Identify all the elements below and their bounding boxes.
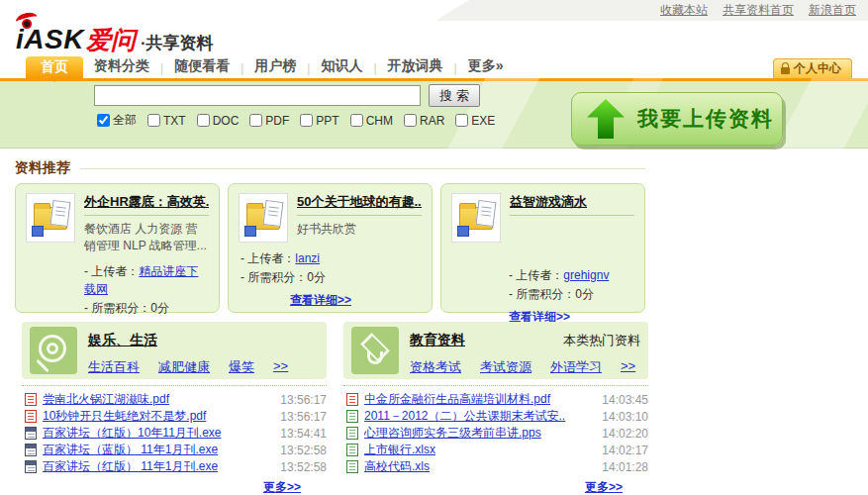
filter-checkbox-doc[interactable] bbox=[197, 114, 210, 127]
file-link[interactable]: 上市银行.xlsx bbox=[364, 442, 596, 458]
file-link[interactable]: 百家讲坛（红版）10年11月刊.exe bbox=[43, 425, 274, 442]
file-link[interactable]: 中金所金融衍生品高端培训材料.pdf bbox=[364, 391, 596, 408]
uploader-label: - 上传者： bbox=[241, 251, 295, 265]
pdf-file-icon bbox=[25, 410, 37, 423]
topbar: 收藏本站 共享资料首页 新浪首页 bbox=[435, 0, 868, 21]
folder-documents-icon bbox=[26, 193, 75, 243]
panel-title-link[interactable]: 娱乐、生活 bbox=[88, 332, 157, 349]
filter-doc[interactable]: DOC bbox=[197, 114, 240, 128]
sheet-file-icon bbox=[346, 444, 358, 456]
recommend-card: 益智游戏滴水 - 上传者：grehignv - 所需积分：0分 查看详细>> bbox=[440, 183, 645, 313]
file-link[interactable]: 10秒钟开只生蚝绝对不是梦.pdf bbox=[43, 408, 274, 425]
file-link[interactable]: 2011－2012（二）公共课期末考试安.. bbox=[364, 408, 596, 425]
dartboard-icon bbox=[30, 327, 77, 374]
filter-checkbox-pdf[interactable] bbox=[249, 114, 262, 127]
file-row: 百家讲坛（红版）10年11月刊.exe13:54:41 bbox=[22, 425, 327, 442]
filter-ppt[interactable]: PPT bbox=[300, 114, 338, 128]
filter-pdf[interactable]: PDF bbox=[249, 114, 289, 128]
file-row: 高校代码.xls14:01:28 bbox=[343, 458, 648, 475]
filter-exe[interactable]: EXE bbox=[455, 114, 495, 128]
panel-sublink-more[interactable]: >> bbox=[621, 358, 635, 376]
points-value: 0分 bbox=[307, 270, 326, 284]
file-time: 14:03:45 bbox=[602, 393, 648, 407]
nav-divider: | bbox=[241, 61, 243, 78]
section-rule bbox=[80, 168, 645, 169]
exe-file-icon bbox=[25, 427, 37, 440]
panel-sublink[interactable]: 资格考试 bbox=[410, 358, 461, 376]
filter-checkbox-chm[interactable] bbox=[350, 114, 363, 127]
filter-txt[interactable]: TXT bbox=[147, 114, 186, 128]
file-link[interactable]: 百家讲坛（红版） 11年1月刊.exe bbox=[43, 458, 274, 475]
file-time: 13:56:17 bbox=[280, 410, 327, 424]
filter-checkbox-exe[interactable] bbox=[455, 114, 468, 127]
view-detail-link[interactable]: 查看详细>> bbox=[290, 291, 351, 310]
panel-title-link[interactable]: 教育资料 bbox=[410, 332, 465, 349]
logo-brand-cn-text: 爱问 bbox=[86, 24, 136, 56]
file-row: 百家讲坛（蓝版） 11年1月刊.exe13:52:58 bbox=[22, 442, 327, 458]
file-time: 13:54:41 bbox=[280, 427, 327, 441]
card-title-link[interactable]: 外企HR露底：高效英... bbox=[84, 193, 209, 216]
file-time: 13:56:17 bbox=[280, 393, 327, 407]
nav-item-user-ranking[interactable]: 用户榜 bbox=[254, 57, 296, 78]
panel-sublink[interactable]: 生活百科 bbox=[88, 358, 140, 376]
sheet-file-icon bbox=[346, 427, 358, 440]
upload-button[interactable]: 我要上传资料 bbox=[571, 92, 783, 146]
filter-checkbox-rar[interactable] bbox=[404, 114, 417, 127]
search-input[interactable] bbox=[94, 85, 421, 106]
card-description: 好书共欣赏 bbox=[297, 221, 422, 238]
filetype-filters: 全部 TXT DOC PDF PPT CHM RAR EXE bbox=[97, 112, 495, 129]
filter-all[interactable]: 全部 bbox=[97, 112, 137, 129]
panel-sublink[interactable]: 外语学习 bbox=[550, 358, 602, 376]
nav-divider: | bbox=[160, 61, 163, 78]
file-link[interactable]: 尝南北火锅江湖滋味.pdf bbox=[43, 391, 274, 408]
panel-sublink-more[interactable]: >> bbox=[273, 358, 288, 376]
card-description: 餐饮酒店 人力资源 营销管理 NLP 战略管理... bbox=[84, 221, 209, 255]
file-link[interactable]: 百家讲坛（蓝版） 11年1月刊.exe bbox=[43, 442, 274, 458]
nav-divider: | bbox=[373, 61, 376, 78]
recommend-card: 50个关于地球的有趣... 好书共欣赏 - 上传者：lanzi - 所需积分：0… bbox=[228, 183, 433, 313]
search-button[interactable]: 搜 索 bbox=[429, 84, 480, 107]
decorative-stripe bbox=[768, 71, 868, 160]
more-link[interactable]: 更多>> bbox=[263, 480, 301, 494]
panel-sublink[interactable]: 考试资源 bbox=[480, 358, 531, 376]
topbar-link-shared-home[interactable]: 共享资料首页 bbox=[723, 2, 794, 19]
topbar-link-bookmark[interactable]: 收藏本站 bbox=[660, 2, 708, 19]
nav-tab-home[interactable]: 首页 bbox=[26, 56, 83, 78]
topbar-link-sina-home[interactable]: 新浪首页 bbox=[809, 2, 856, 19]
pdf-file-icon bbox=[346, 393, 358, 406]
file-link[interactable]: 心理咨询师实务三级考前串讲.pps bbox=[364, 425, 596, 442]
panel-sublink[interactable]: 爆笑 bbox=[229, 358, 254, 376]
nav-item-more[interactable]: 更多» bbox=[468, 57, 504, 78]
filter-checkbox-all[interactable] bbox=[97, 114, 110, 127]
uploader-link[interactable]: lanzi bbox=[295, 251, 320, 265]
main-nav: 首页 资料分类 | 随便看看 | 用户榜 | 知识人 | 开放词典 | 更多» … bbox=[0, 55, 868, 78]
file-link[interactable]: 高校代码.xls bbox=[364, 458, 596, 475]
nav-item-knowledge[interactable]: 知识人 bbox=[321, 57, 362, 78]
filter-rar[interactable]: RAR bbox=[404, 114, 444, 128]
points-label: - 所需积分： bbox=[509, 287, 575, 301]
more-link[interactable]: 更多>> bbox=[585, 480, 623, 494]
points-value: 0分 bbox=[150, 301, 169, 315]
filter-checkbox-txt[interactable] bbox=[147, 114, 160, 127]
up-arrow-icon bbox=[587, 99, 625, 139]
card-title-link[interactable]: 益智游戏滴水 bbox=[510, 193, 634, 216]
nav-item-open-dict[interactable]: 开放词典 bbox=[388, 57, 443, 78]
nav-item-browse[interactable]: 随便看看 bbox=[174, 57, 230, 78]
file-row: 10秒钟开只生蚝绝对不是梦.pdf13:56:17 bbox=[22, 408, 327, 425]
filter-chm[interactable]: CHM bbox=[350, 114, 393, 128]
user-center-button[interactable]: 个人中心 bbox=[773, 58, 852, 78]
panel-entertainment-life: 娱乐、生活 生活百科 减肥健康 爆笑 >> 尝南北火锅江湖滋味.pdf13:56… bbox=[22, 322, 327, 495]
nav-item-categories[interactable]: 资料分类 bbox=[94, 57, 149, 78]
site-logo[interactable]: iASK 爱问 ·共享资料 bbox=[16, 16, 214, 56]
folder-documents-icon bbox=[239, 193, 288, 243]
filter-checkbox-ppt[interactable] bbox=[300, 114, 313, 127]
panel-sublink[interactable]: 减肥健康 bbox=[158, 358, 210, 376]
panel-education: 教育资料 本类热门资料 资格考试 考试资源 外语学习 >> 中金所金融衍生品高端… bbox=[343, 322, 648, 495]
sheet-file-icon bbox=[346, 410, 358, 423]
logo-tagline: ·共享资料 bbox=[141, 32, 214, 54]
uploader-link[interactable]: grehignv bbox=[563, 268, 609, 282]
file-time: 14:02:20 bbox=[602, 427, 648, 441]
card-title-link[interactable]: 50个关于地球的有趣... bbox=[297, 193, 422, 216]
file-time: 14:01:28 bbox=[602, 460, 648, 474]
graduation-cap-icon bbox=[351, 327, 399, 374]
